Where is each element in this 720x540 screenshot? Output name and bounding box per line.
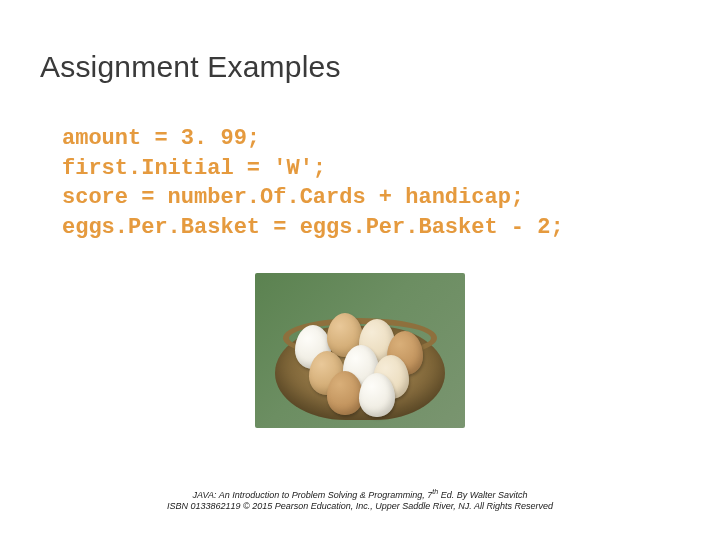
egg-icon <box>359 373 395 417</box>
eggs-basket-image <box>255 273 465 428</box>
code-example: amount = 3. 99; first.Initial = 'W'; sco… <box>62 124 680 243</box>
code-line-1: amount = 3. 99; <box>62 126 260 151</box>
copyright-footer: JAVA: An Introduction to Problem Solving… <box>0 488 720 513</box>
footer-text: JAVA: An Introduction to Problem Solving… <box>192 490 432 500</box>
footer-line-1: JAVA: An Introduction to Problem Solving… <box>0 488 720 501</box>
code-line-4: eggs.Per.Basket = eggs.Per.Basket - 2; <box>62 215 564 240</box>
slide: Assignment Examples amount = 3. 99; firs… <box>0 0 720 540</box>
code-line-2: first.Initial = 'W'; <box>62 156 326 181</box>
footer-line-2: ISBN 0133862119 © 2015 Pearson Education… <box>0 501 720 512</box>
slide-title: Assignment Examples <box>40 50 680 84</box>
egg-icon <box>327 371 363 415</box>
code-line-3: score = number.Of.Cards + handicap; <box>62 185 524 210</box>
footer-text: Ed. By Walter Savitch <box>438 490 527 500</box>
